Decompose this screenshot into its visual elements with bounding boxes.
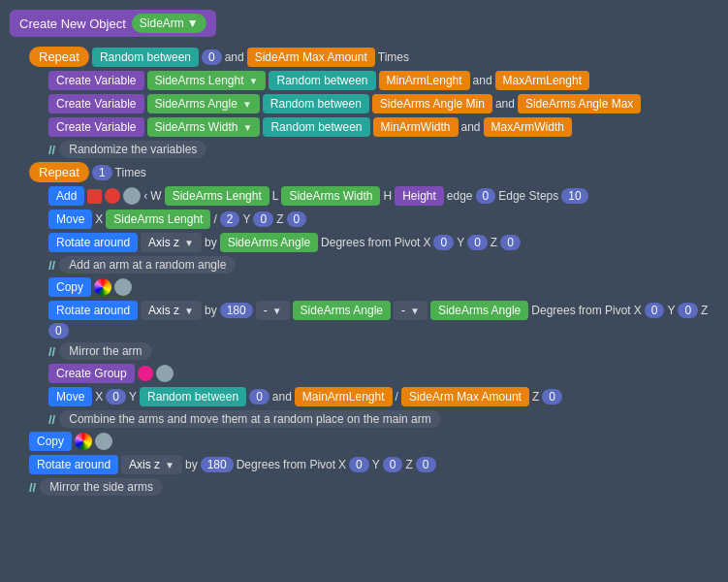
rotate-pill-3[interactable]: Rotate around [29, 455, 118, 474]
rotate3-axis[interactable]: Axis z ▼ [121, 455, 182, 474]
copy-pill-2[interactable]: Copy [29, 432, 72, 451]
max-width[interactable]: MaxArmWidth [484, 117, 572, 137]
move2-div: / [396, 390, 398, 404]
comment-slashes-3: // [48, 344, 55, 359]
move2-between[interactable]: Random between [140, 387, 246, 406]
sidearms-lenght-add[interactable]: SideArms Lenght [165, 186, 269, 206]
and-3: and [495, 97, 515, 111]
rotate2-axis[interactable]: Axis z ▼ [141, 301, 202, 320]
rand-between-var1[interactable]: Random between [269, 71, 375, 90]
l-label: L [272, 189, 279, 203]
copy-pill-1[interactable]: Copy [48, 277, 91, 297]
add-pill[interactable]: Add [48, 186, 84, 206]
rotate2-angle2[interactable]: SideArms Angle [430, 301, 528, 320]
rotate1-x: X [423, 236, 430, 249]
move-block-row: Move X SideArms Lenght / 2 Y 0 Z 0 [48, 210, 718, 229]
rotate2-vx[interactable]: 0 [645, 303, 665, 318]
angle-min[interactable]: SideArms Angle Min [372, 94, 492, 113]
rotate2-val180[interactable]: 180 [220, 303, 253, 318]
move2-x: X [95, 390, 103, 404]
object-name-pill[interactable]: SideArm ▼ [132, 14, 206, 33]
gray-circle-icon-2 [114, 278, 132, 296]
edge-steps-val[interactable]: 10 [561, 188, 587, 204]
rotate3-vz[interactable]: 0 [416, 457, 436, 472]
create-var-3[interactable]: Create Variable [48, 117, 144, 137]
move2-vz[interactable]: 0 [542, 389, 562, 404]
max-arm-lenght[interactable]: MaxArmLenght [495, 71, 589, 90]
min-width[interactable]: MinArmWidth [373, 117, 459, 137]
move-sidearms-lenght[interactable]: SideArms Lenght [106, 210, 210, 229]
random-between-pill-1[interactable]: Random between [92, 48, 199, 67]
var-name-2[interactable]: SideArms Angle ▼ [147, 94, 260, 113]
move-z-label: Z [276, 212, 283, 226]
move-div: / [213, 212, 216, 226]
move2-mainarm[interactable]: MainArmLenght [295, 387, 393, 406]
w-label: W [150, 189, 161, 203]
edge-val[interactable]: 0 [476, 188, 496, 204]
create-group-row: Create Group [48, 364, 718, 383]
comment-slashes-1: // [48, 143, 55, 157]
rotate2-angle1[interactable]: SideArms Angle [293, 301, 391, 320]
rotate1-vz[interactable]: 0 [500, 235, 521, 250]
comment-slashes-5: // [29, 480, 36, 495]
angle-max[interactable]: SideArms Angle Max [518, 94, 641, 113]
comment-text-2: Add an arm at a random angle [59, 256, 236, 274]
rand-between-var3[interactable]: Random between [263, 117, 369, 137]
height-add[interactable]: Height [395, 186, 444, 206]
min-arm-lenght[interactable]: MinArmLenght [379, 71, 470, 90]
var-name-1[interactable]: SideArms Lenght ▼ [147, 71, 267, 90]
rotate1-axis[interactable]: Axis z ▼ [141, 233, 202, 252]
move-y-val[interactable]: 0 [253, 211, 273, 227]
repeat-block-1[interactable]: Repeat [29, 47, 89, 67]
rotate2-y: Y [667, 304, 675, 317]
move2-vx[interactable]: 0 [106, 389, 126, 404]
repeat2-val[interactable]: 1 [92, 165, 112, 180]
rotate2-op2[interactable]: - ▼ [394, 301, 427, 320]
and-label-1: and [225, 50, 244, 64]
rotate1-vx[interactable]: 0 [433, 235, 454, 250]
create-var-1[interactable]: Create Variable [48, 71, 144, 90]
red-square-icon [87, 189, 102, 204]
var-name-3[interactable]: SideArms Width ▼ [147, 117, 261, 137]
rotate3-val180[interactable]: 180 [201, 457, 234, 472]
create-group-pill[interactable]: Create Group [48, 364, 135, 383]
gray-circle-icon-1 [123, 187, 141, 205]
rotate-pill-1[interactable]: Rotate around [48, 233, 138, 252]
move-val2[interactable]: 2 [220, 211, 240, 227]
rand-between-var2[interactable]: Random between [263, 94, 369, 113]
create-var-2[interactable]: Create Variable [48, 94, 144, 113]
comment-row-4: // Combine the arms and move them at a r… [48, 410, 718, 428]
rotate-row-1: Rotate around Axis z ▼ by SideArms Angle… [48, 233, 718, 252]
gray-circle-icon-3 [156, 365, 174, 382]
move2-sidearm-max[interactable]: SideArm Max Amount [401, 387, 529, 406]
move2-val0[interactable]: 0 [249, 389, 269, 404]
val0-badge-1[interactable]: 0 [202, 49, 222, 65]
chevron-left: ‹ [143, 189, 147, 203]
rotate3-vx[interactable]: 0 [349, 457, 369, 472]
rotate-row-3: Rotate around Axis z ▼ by 180 Degrees fr… [29, 455, 718, 474]
repeat-block-2[interactable]: Repeat [29, 162, 89, 182]
rotate2-by: by [205, 304, 217, 317]
comment-slashes-4: // [48, 412, 55, 427]
rotate-pill-2[interactable]: Rotate around [48, 301, 138, 320]
move-pill-1[interactable]: Move [48, 210, 92, 229]
rotate3-vy[interactable]: 0 [383, 457, 403, 472]
rotate2-vy[interactable]: 0 [678, 303, 698, 318]
copy-row-1: Copy [48, 277, 718, 297]
move-z-val[interactable]: 0 [287, 211, 307, 227]
comment-slashes-2: // [48, 258, 55, 273]
rainbow-icon-1 [94, 278, 111, 296]
move2-pill[interactable]: Move [48, 387, 92, 406]
create-var-row-2: Create Variable SideArms Angle ▼ Random … [48, 94, 718, 113]
edge-label: edge [447, 189, 473, 203]
rotate2-vz[interactable]: 0 [48, 323, 69, 339]
times-label-1: Times [378, 50, 409, 64]
rotate2-z: Z [701, 304, 708, 317]
sidearm-max-amount-1[interactable]: SideArm Max Amount [247, 48, 375, 67]
sidearms-width-add[interactable]: SideArms Width [281, 186, 380, 206]
rotate2-op1[interactable]: - ▼ [256, 301, 290, 320]
create-label: Create New Object [19, 16, 126, 31]
rotate1-vy[interactable]: 0 [467, 235, 488, 250]
rotate1-angle[interactable]: SideArms Angle [220, 233, 318, 252]
create-header[interactable]: Create New Object SideArm ▼ [10, 10, 216, 37]
